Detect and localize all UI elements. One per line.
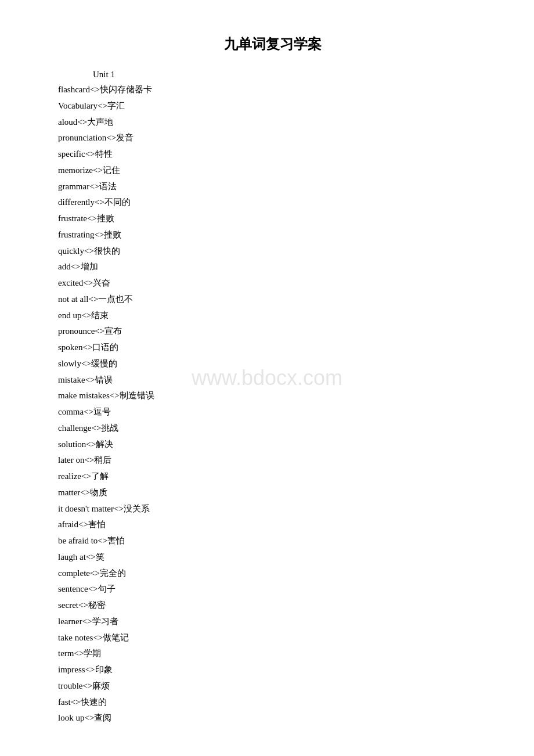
list-item: afraid<>害怕 — [58, 517, 488, 533]
list-item: laugh at<>笑 — [58, 549, 488, 566]
list-item: aloud<>大声地 — [58, 114, 488, 131]
unit-header: Unit 1 — [93, 70, 488, 80]
list-item: frustrating<>挫败 — [58, 227, 488, 243]
list-item: make mistakes<>制造错误 — [58, 388, 488, 404]
list-item: solution<>解决 — [58, 437, 488, 453]
list-item: spoken<>口语的 — [58, 340, 488, 356]
list-item: pronounce<>宣布 — [58, 323, 488, 340]
list-item: look up<>查阅 — [58, 710, 488, 726]
list-item: sentence<>句子 — [58, 581, 488, 597]
list-item: not at all<>一点也不 — [58, 291, 488, 308]
list-item: frustrate<>挫败 — [58, 211, 488, 227]
list-item: flashcard<>快闪存储器卡 — [58, 82, 488, 98]
list-item: it doesn't matter<>没关系 — [58, 501, 488, 517]
list-item: end up<>结束 — [58, 308, 488, 324]
list-item: term<>学期 — [58, 646, 488, 662]
list-item: slowly<>缓慢的 — [58, 356, 488, 372]
list-item: matter<>物质 — [58, 485, 488, 501]
list-item: add<>增加 — [58, 259, 488, 275]
list-item: excited<>兴奋 — [58, 275, 488, 291]
list-item: comma<>逗号 — [58, 404, 488, 420]
list-item: specific<>特性 — [58, 146, 488, 163]
list-item: be afraid to<>害怕 — [58, 533, 488, 549]
vocab-list: flashcard<>快闪存储器卡Vocabulary<>字汇aloud<>大声… — [58, 82, 488, 726]
page-title: 九单词复习学案 — [58, 35, 488, 53]
list-item: later on<>稍后 — [58, 452, 488, 469]
list-item: mistake<>错误 — [58, 372, 488, 388]
list-item: fast<>快速的 — [58, 694, 488, 711]
list-item: realize<>了解 — [58, 469, 488, 485]
list-item: trouble<>麻烦 — [58, 678, 488, 694]
list-item: secret<>秘密 — [58, 597, 488, 614]
list-item: differently<>不同的 — [58, 195, 488, 211]
list-item: complete<>完全的 — [58, 566, 488, 582]
list-item: Vocabulary<>字汇 — [58, 98, 488, 114]
list-item: memorize<>记住 — [58, 163, 488, 179]
list-item: grammar<>语法 — [58, 179, 488, 195]
list-item: challenge<>挑战 — [58, 420, 488, 437]
list-item: learner<>学习者 — [58, 614, 488, 630]
list-item: quickly<>很快的 — [58, 243, 488, 260]
list-item: impress<>印象 — [58, 662, 488, 678]
list-item: take notes<>做笔记 — [58, 630, 488, 646]
list-item: pronunciation<>发音 — [58, 130, 488, 146]
